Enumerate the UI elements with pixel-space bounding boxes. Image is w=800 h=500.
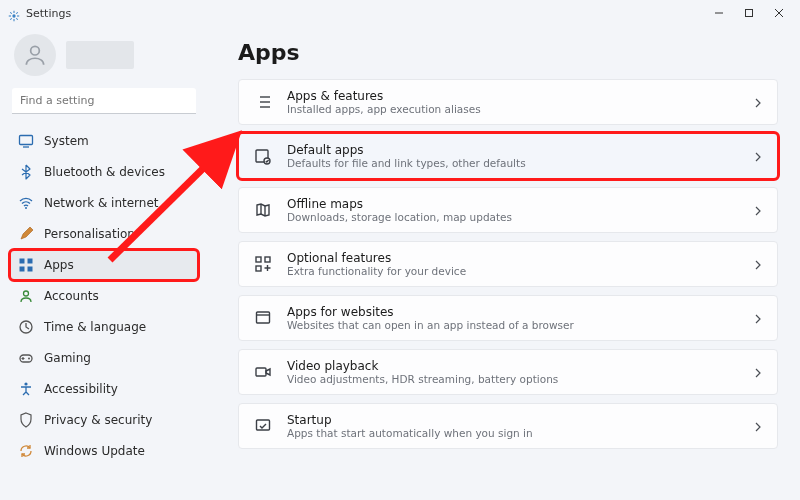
- card-title: Apps & features: [287, 89, 481, 103]
- svg-point-13: [31, 46, 40, 55]
- sidebar-item-label: Time & language: [44, 320, 146, 334]
- close-button[interactable]: [764, 2, 794, 24]
- brush-icon: [18, 226, 34, 242]
- sidebar-item-accounts[interactable]: Accounts: [10, 281, 198, 311]
- sidebar-item-time-language[interactable]: Time & language: [10, 312, 198, 342]
- svg-point-24: [28, 358, 30, 360]
- video-icon: [253, 362, 273, 382]
- card-text: Startup Apps that start automatically wh…: [287, 413, 533, 440]
- card-title: Offline maps: [287, 197, 512, 211]
- sidebar-item-label: System: [44, 134, 89, 148]
- sidebar-item-accessibility[interactable]: Accessibility: [10, 374, 198, 404]
- card-apps-features[interactable]: Apps & features Installed apps, app exec…: [238, 79, 778, 125]
- websites-icon: [253, 308, 273, 328]
- card-apps-websites[interactable]: Apps for websites Websites that can open…: [238, 295, 778, 341]
- sidebar-item-gaming[interactable]: Gaming: [10, 343, 198, 373]
- svg-line-8: [10, 18, 12, 20]
- card-text: Apps & features Installed apps, app exec…: [287, 89, 481, 116]
- svg-line-5: [10, 12, 12, 14]
- sidebar-item-label: Bluetooth & devices: [44, 165, 165, 179]
- list-icon: [253, 92, 273, 112]
- sidebar-item-label: Network & internet: [44, 196, 159, 210]
- titlebar-left: Settings: [8, 7, 71, 20]
- card-sub: Downloads, storage location, map updates: [287, 211, 512, 224]
- svg-rect-19: [20, 267, 25, 272]
- card-sub: Defaults for file and link types, other …: [287, 157, 526, 170]
- card-title: Video playback: [287, 359, 558, 373]
- chevron-right-icon: [753, 147, 763, 166]
- user-row[interactable]: [10, 30, 198, 86]
- chevron-right-icon: [753, 201, 763, 220]
- card-default-apps[interactable]: Default apps Defaults for file and link …: [238, 133, 778, 179]
- sidebar-item-windows-update[interactable]: Windows Update: [10, 436, 198, 466]
- cards-list: Apps & features Installed apps, app exec…: [238, 79, 778, 449]
- card-startup[interactable]: Startup Apps that start automatically wh…: [238, 403, 778, 449]
- svg-rect-39: [257, 312, 270, 323]
- sidebar-item-label: Gaming: [44, 351, 91, 365]
- svg-rect-10: [746, 10, 753, 17]
- sidebar-item-personalisation[interactable]: Personalisation: [10, 219, 198, 249]
- chevron-right-icon: [753, 93, 763, 112]
- svg-rect-17: [20, 259, 25, 264]
- chevron-right-icon: [753, 363, 763, 382]
- user-name-placeholder: [66, 41, 134, 69]
- sidebar-item-privacy[interactable]: Privacy & security: [10, 405, 198, 435]
- shield-icon: [18, 412, 34, 428]
- titlebar: Settings: [0, 0, 800, 26]
- sidebar-item-label: Apps: [44, 258, 74, 272]
- card-sub: Installed apps, app execution aliases: [287, 103, 481, 116]
- system-icon: [18, 133, 34, 149]
- accessibility-icon: [18, 381, 34, 397]
- content-body: System Bluetooth & devices Network & int…: [0, 26, 800, 500]
- card-title: Default apps: [287, 143, 526, 157]
- sidebar-item-network[interactable]: Network & internet: [10, 188, 198, 218]
- svg-rect-41: [256, 368, 266, 376]
- card-title: Startup: [287, 413, 533, 427]
- settings-app-icon: [8, 7, 20, 19]
- card-sub: Apps that start automatically when you s…: [287, 427, 533, 440]
- svg-point-25: [24, 382, 27, 385]
- svg-rect-38: [256, 266, 261, 271]
- sidebar-item-label: Personalisation: [44, 227, 135, 241]
- svg-rect-18: [28, 259, 33, 264]
- sidebar-item-bluetooth[interactable]: Bluetooth & devices: [10, 157, 198, 187]
- minimize-button[interactable]: [704, 2, 734, 24]
- card-sub: Extra functionality for your device: [287, 265, 466, 278]
- svg-point-16: [25, 207, 27, 209]
- titlebar-title: Settings: [26, 7, 71, 20]
- clock-icon: [18, 319, 34, 335]
- update-icon: [18, 443, 34, 459]
- accounts-icon: [18, 288, 34, 304]
- card-offline-maps[interactable]: Offline maps Downloads, storage location…: [238, 187, 778, 233]
- avatar: [14, 34, 56, 76]
- page-title: Apps: [238, 40, 778, 65]
- card-optional-features[interactable]: Optional features Extra functionality fo…: [238, 241, 778, 287]
- card-text: Apps for websites Websites that can open…: [287, 305, 574, 332]
- sidebar-item-label: Accessibility: [44, 382, 118, 396]
- map-icon: [253, 200, 273, 220]
- window-controls: [704, 2, 794, 24]
- card-text: Offline maps Downloads, storage location…: [287, 197, 512, 224]
- svg-rect-14: [20, 136, 33, 145]
- card-title: Optional features: [287, 251, 466, 265]
- svg-rect-36: [256, 257, 261, 262]
- chevron-right-icon: [753, 417, 763, 436]
- maximize-button[interactable]: [734, 2, 764, 24]
- settings-window: Settings System: [0, 0, 800, 500]
- card-text: Default apps Defaults for file and link …: [287, 143, 526, 170]
- nav: System Bluetooth & devices Network & int…: [10, 126, 198, 466]
- card-video-playback[interactable]: Video playback Video adjustments, HDR st…: [238, 349, 778, 395]
- sidebar-item-apps[interactable]: Apps: [10, 250, 198, 280]
- default-apps-icon: [253, 146, 273, 166]
- card-text: Optional features Extra functionality fo…: [287, 251, 466, 278]
- chevron-right-icon: [753, 255, 763, 274]
- svg-point-21: [24, 291, 29, 296]
- svg-line-7: [16, 12, 18, 14]
- sidebar-item-label: Windows Update: [44, 444, 145, 458]
- startup-icon: [253, 416, 273, 436]
- sidebar-item-label: Privacy & security: [44, 413, 152, 427]
- search-box[interactable]: [12, 88, 196, 114]
- gaming-icon: [18, 350, 34, 366]
- sidebar-item-system[interactable]: System: [10, 126, 198, 156]
- search-input[interactable]: [12, 88, 196, 114]
